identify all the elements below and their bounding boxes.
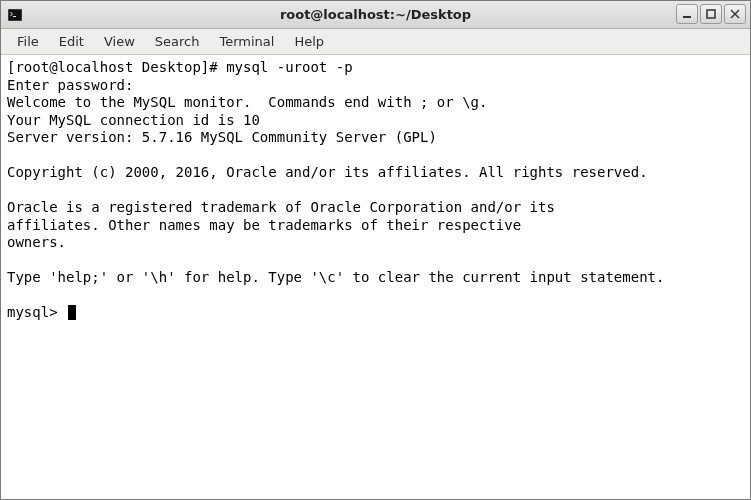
svg-rect-4 bbox=[707, 10, 715, 18]
menu-help[interactable]: Help bbox=[284, 31, 334, 52]
output-line: Type 'help;' or '\h' for help. Type '\c'… bbox=[7, 269, 664, 285]
output-line: Enter password: bbox=[7, 77, 142, 93]
window-controls bbox=[676, 4, 746, 24]
terminal-output[interactable]: [root@localhost Desktop]# mysql -uroot -… bbox=[1, 55, 750, 499]
mysql-prompt: mysql> bbox=[7, 304, 66, 320]
menu-terminal[interactable]: Terminal bbox=[209, 31, 284, 52]
menu-search[interactable]: Search bbox=[145, 31, 210, 52]
close-button[interactable] bbox=[724, 4, 746, 24]
output-line: Oracle is a registered trademark of Orac… bbox=[7, 199, 555, 215]
output-line: owners. bbox=[7, 234, 66, 250]
output-line: Copyright (c) 2000, 2016, Oracle and/or … bbox=[7, 164, 648, 180]
output-line: Server version: 5.7.16 MySQL Community S… bbox=[7, 129, 437, 145]
menubar: File Edit View Search Terminal Help bbox=[1, 29, 750, 55]
minimize-button[interactable] bbox=[676, 4, 698, 24]
titlebar: root@localhost:~/Desktop bbox=[1, 1, 750, 29]
menu-edit[interactable]: Edit bbox=[49, 31, 94, 52]
window-title: root@localhost:~/Desktop bbox=[1, 7, 750, 22]
command-input: mysql -uroot -p bbox=[226, 59, 352, 75]
menu-view[interactable]: View bbox=[94, 31, 145, 52]
output-line: Your MySQL connection id is 10 bbox=[7, 112, 260, 128]
terminal-icon bbox=[7, 7, 23, 23]
output-line: Welcome to the MySQL monitor. Commands e… bbox=[7, 94, 487, 110]
output-line: affiliates. Other names may be trademark… bbox=[7, 217, 521, 233]
maximize-button[interactable] bbox=[700, 4, 722, 24]
shell-prompt: [root@localhost Desktop]# bbox=[7, 59, 226, 75]
cursor bbox=[68, 305, 76, 320]
menu-file[interactable]: File bbox=[7, 31, 49, 52]
